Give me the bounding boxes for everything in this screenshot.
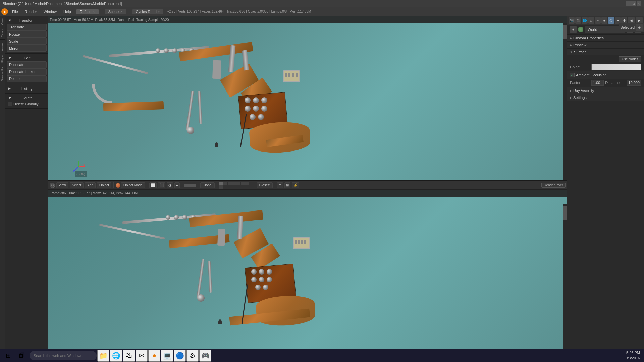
maximize-button[interactable]: □ <box>631 1 636 6</box>
delete-button[interactable]: Delete <box>7 75 47 82</box>
viewport-bottom[interactable]: Frame:386 | Time:00:08.77 | Mem:142.52M,… <box>48 190 567 354</box>
rp-scene-icon[interactable]: 🎬 <box>575 17 581 24</box>
duplicate-linked-button[interactable]: Duplicate Linked <box>7 68 47 75</box>
rp-texture-icon[interactable]: ⬡ <box>608 17 614 24</box>
viewport-top[interactable]: Time:00:05.57 | Mem:56.32M, Peak:56.32M … <box>48 16 567 181</box>
history-label: History <box>21 87 32 91</box>
tab-close-default[interactable]: ✕ <box>93 10 95 13</box>
selected-expand[interactable]: ⊕ <box>636 24 643 31</box>
tb-solid[interactable]: ⬛ <box>158 182 165 188</box>
use-nodes-button[interactable]: Use Nodes <box>619 56 641 62</box>
rp-new-world[interactable]: + <box>570 26 577 33</box>
menu-help[interactable]: Help <box>61 9 74 14</box>
ambient-occlusion-checkbox[interactable]: ✓ <box>570 73 575 77</box>
rp-nav-prev[interactable]: ◀ <box>628 17 635 24</box>
vtab-create[interactable]: Crea <box>0 16 5 27</box>
tb-snap[interactable]: Closest <box>257 182 273 188</box>
taskbar-app-chrome[interactable]: 🔵 <box>174 350 186 362</box>
rp-object-icon[interactable]: □ <box>588 17 594 24</box>
close-button[interactable]: ✕ <box>637 1 641 6</box>
power-plug <box>215 142 218 147</box>
taskbar-app-settings[interactable]: ⚙ <box>186 350 199 362</box>
factor-field[interactable]: 1.00 <box>591 80 604 86</box>
taskbar-app-store[interactable]: 🛍 <box>123 350 135 362</box>
taskbar-right: 5:26 PM 9/3/2016 <box>626 350 643 361</box>
color-swatch[interactable] <box>591 64 641 70</box>
edit-label: Edit <box>24 56 30 60</box>
rp-nav-next[interactable]: ▶ <box>636 17 643 24</box>
vp-top-scrollbar-thumb[interactable] <box>563 25 567 39</box>
tb-global[interactable]: Global <box>200 182 215 188</box>
taskbar-search[interactable] <box>30 351 97 360</box>
title-bar: Blender* [C:\Users\Michel\Documents\Blen… <box>0 0 644 7</box>
tb-xray[interactable]: ⊞ <box>284 182 290 188</box>
tab-default[interactable]: Default ✕ <box>76 9 99 14</box>
tb-material[interactable]: ◑ <box>167 182 173 188</box>
tb-mode[interactable]: Object Mode <box>121 182 145 188</box>
rp-particles-icon[interactable]: ✦ <box>615 17 621 24</box>
rp-mesh-icon[interactable]: △ <box>595 17 601 24</box>
window-controls[interactable]: ─ □ ✕ <box>626 1 641 6</box>
add-scene[interactable]: + <box>127 10 131 14</box>
translate-button[interactable]: Translate <box>7 24 47 31</box>
vp-top-scrollbar[interactable] <box>563 23 567 180</box>
add-workspace[interactable]: + <box>99 10 104 14</box>
toolbar-sep-4 <box>198 182 198 188</box>
tb-proportional[interactable]: ⊙ <box>277 182 283 188</box>
tb-wire[interactable]: ⬜ <box>149 182 157 188</box>
taskbar-app-mail[interactable]: ✉ <box>136 350 148 362</box>
tb-view[interactable]: View <box>56 182 68 188</box>
rp-material-icon[interactable]: ◈ <box>601 17 607 24</box>
rp-world-icon[interactable]: 🌐 <box>582 17 588 24</box>
vtab-physics[interactable]: Physi <box>0 53 5 65</box>
taskbar-app-edge[interactable]: 🌐 <box>110 350 122 362</box>
b-marble-3 <box>182 215 187 220</box>
mode-selector[interactable]: Object Mode <box>116 182 145 188</box>
layer-grid[interactable] <box>219 182 253 189</box>
vp-bottom-scrollbar-thumb[interactable] <box>563 206 567 220</box>
vp-top-status: Time:00:05.57 | Mem:56.32M, Peak:56.32M … <box>50 18 169 22</box>
duplicate-button[interactable]: Duplicate <box>7 61 47 68</box>
menu-render[interactable]: Render <box>22 9 40 14</box>
vertical-tabs: Crea Relati Animat Physi Grease Pa <box>0 16 5 353</box>
tab-scene[interactable]: Scene ✕ <box>105 9 126 14</box>
taskbar-app-explorer[interactable]: 📁 <box>97 350 109 362</box>
preview-header[interactable]: ▶ Preview <box>567 42 644 48</box>
menu-file[interactable]: File <box>9 9 21 14</box>
tb-onion[interactable]: ⚡ <box>292 182 299 188</box>
surface-header[interactable]: ▼ Surface <box>567 49 644 55</box>
custom-properties-header[interactable]: ▶ Custom Properties <box>567 35 644 41</box>
wall-mount <box>212 60 221 79</box>
tb-rendered[interactable]: ● <box>174 182 180 188</box>
minimize-button[interactable]: ─ <box>626 1 631 6</box>
viewport-bottom-scene <box>48 197 567 354</box>
taskbar-app-blender[interactable]: ● <box>148 350 160 362</box>
tb-select[interactable]: Select <box>70 182 84 188</box>
ray-visibility-header[interactable]: ▶ Ray Visibility <box>567 87 644 94</box>
taskbar-app-app2[interactable]: 🎮 <box>199 350 211 362</box>
mirror-button[interactable]: Mirror <box>7 45 47 52</box>
tb-add[interactable]: Add <box>85 182 96 188</box>
tab-close-scene[interactable]: ✕ <box>120 10 123 13</box>
settings-header[interactable]: ▶ Settings <box>567 94 644 101</box>
delete-globally-checkbox[interactable] <box>8 102 12 106</box>
vp-bottom-scrollbar[interactable] <box>563 204 567 354</box>
task-view[interactable]: 🗐 <box>15 350 29 362</box>
menu-window[interactable]: Window <box>41 9 59 14</box>
vtab-animation[interactable]: Animat <box>0 39 5 53</box>
rp-physics-icon[interactable]: ⚙ <box>621 17 627 24</box>
vtab-grease[interactable]: Grease Pa <box>0 65 5 83</box>
ray-visibility-arrow: ▶ <box>570 89 572 92</box>
ambient-occlusion-header[interactable]: ✓ Ambient Occlusion <box>567 71 644 79</box>
taskbar-app-vs[interactable]: 💻 <box>161 350 173 362</box>
tb-object[interactable]: Object <box>97 182 111 188</box>
rp-render-icon[interactable]: 📷 <box>569 17 575 24</box>
rotate-button[interactable]: Rotate <box>7 31 47 38</box>
b-marble-box-3 <box>267 269 272 275</box>
scale-button[interactable]: Scale <box>7 38 47 45</box>
factor-row: Factor 1.00 Distance 10.000 <box>567 79 644 87</box>
distance-field[interactable]: 10.000 <box>627 80 641 86</box>
tab-cycles[interactable]: Cycles Render <box>132 9 163 14</box>
vtab-relations[interactable]: Relati <box>0 27 5 39</box>
start-button[interactable]: ⊞ <box>1 350 15 362</box>
